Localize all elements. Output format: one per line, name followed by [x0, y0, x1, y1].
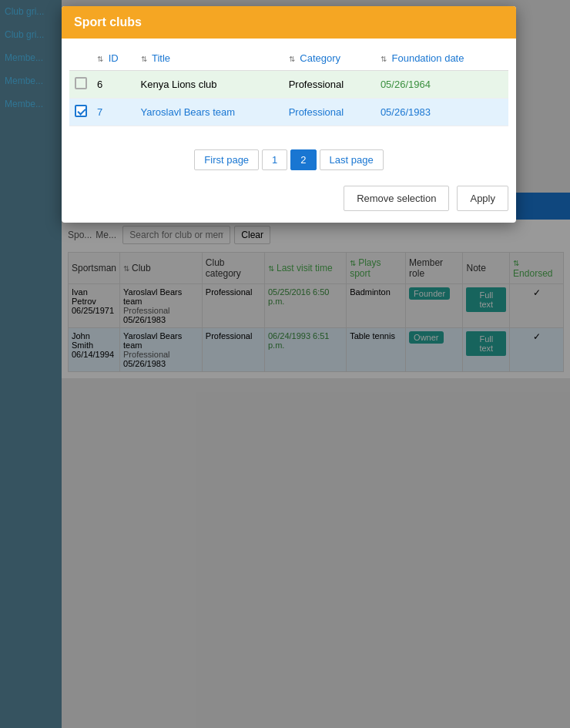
modal-title: Sport clubs	[74, 15, 142, 29]
category-cell: Professional	[284, 99, 376, 126]
id-cell: 7	[92, 99, 136, 126]
first-page-button[interactable]: First page	[194, 149, 259, 170]
page-2-button[interactable]: 2	[290, 149, 316, 170]
selection-table: ⇅ ID ⇅ Title ⇅ Category ⇅ Foundation dat…	[69, 46, 508, 126]
modal-body: ⇅ ID ⇅ Title ⇅ Category ⇅ Foundation dat…	[62, 39, 516, 134]
table-row[interactable]: 6 Kenya Lions club Professional 05/26/19…	[69, 71, 508, 99]
modal-header: Sport clubs	[62, 6, 516, 39]
page-1-button[interactable]: 1	[262, 149, 287, 170]
col-checkbox	[69, 46, 92, 71]
checkbox-cell[interactable]	[69, 71, 92, 99]
col-title[interactable]: ⇅ Title	[136, 46, 284, 71]
modal-actions: Remove selection Apply	[62, 178, 516, 223]
title-cell: Yaroslavl Bears team	[136, 99, 284, 126]
remove-selection-button[interactable]: Remove selection	[344, 186, 449, 211]
col-foundation-date[interactable]: ⇅ Foundation date	[376, 46, 508, 71]
col-category[interactable]: ⇅ Category	[284, 46, 376, 71]
foundation-date-cell: 05/26/1964	[376, 71, 508, 99]
table-row[interactable]: 7 Yaroslavl Bears team Professional 05/2…	[69, 99, 508, 126]
title-cell: Kenya Lions club	[136, 71, 284, 99]
id-cell: 6	[92, 71, 136, 99]
col-id[interactable]: ⇅ ID	[92, 46, 136, 71]
foundation-date-cell: 05/26/1983	[376, 99, 508, 126]
checkbox-checked[interactable]	[75, 105, 87, 117]
sport-clubs-modal: Sport clubs ⇅ ID ⇅ Title ⇅ Category	[62, 6, 516, 223]
checkbox-cell[interactable]	[69, 99, 92, 126]
pagination: First page 1 2 Last page	[62, 149, 516, 170]
last-page-button[interactable]: Last page	[320, 149, 384, 170]
apply-button[interactable]: Apply	[457, 186, 508, 211]
category-cell: Professional	[284, 71, 376, 99]
checkbox-unchecked[interactable]	[75, 77, 87, 89]
